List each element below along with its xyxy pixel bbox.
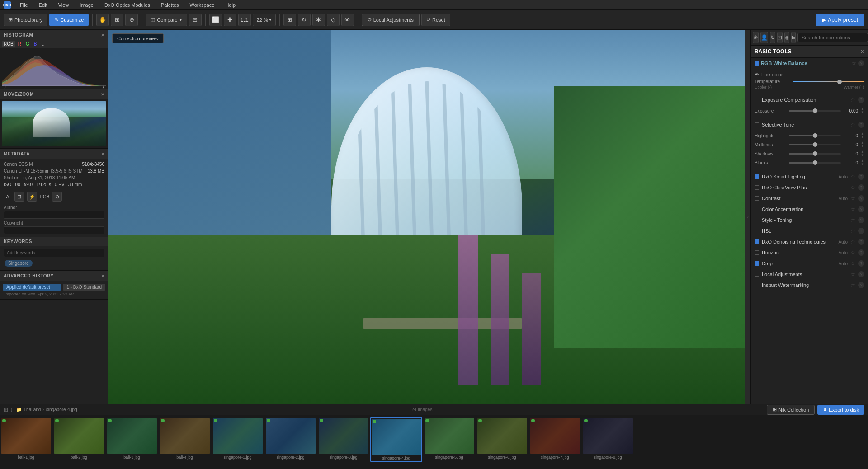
customize-tab[interactable]: ✎ Customize: [49, 14, 89, 26]
rotate-btn[interactable]: ↻: [298, 14, 311, 26]
correction-checkbox-6[interactable]: [755, 239, 759, 244]
correction-checkbox-9[interactable]: [755, 272, 759, 277]
rp-people-icon[interactable]: 👤: [760, 32, 768, 43]
filmstrip-item-6[interactable]: singapore-3.jpg: [317, 417, 369, 460]
correction-checkbox-10[interactable]: [755, 283, 759, 287]
correction-checkbox-7[interactable]: [755, 250, 759, 255]
correction-star-3[interactable]: ☆: [850, 206, 855, 212]
correction-help-10[interactable]: ?: [858, 282, 864, 288]
temperature-thumb[interactable]: [837, 80, 842, 84]
menu-file[interactable]: File: [18, 1, 30, 9]
histogram-header[interactable]: HISTOGRAM ×: [0, 30, 108, 40]
menu-palettes[interactable]: Palettes: [159, 1, 181, 9]
menu-workspace[interactable]: Workspace: [188, 1, 217, 9]
correction-help-0[interactable]: ?: [858, 174, 864, 180]
hist-tab-b[interactable]: B: [32, 41, 39, 47]
keywords-header[interactable]: Keywords: [0, 237, 108, 246]
filmstrip-item-7[interactable]: singapore-4.jpg: [370, 417, 422, 462]
correction-star-4[interactable]: ☆: [850, 217, 855, 223]
correction-star-0[interactable]: ☆: [850, 174, 855, 180]
compare-btn[interactable]: ◫ Compare ▾: [146, 14, 187, 26]
exposure-down-arrow[interactable]: ▼: [861, 111, 864, 114]
correction-checkbox-5[interactable]: [755, 229, 759, 233]
move-zoom-thumbnail[interactable]: [2, 101, 106, 146]
hand-tool-btn[interactable]: ✋: [96, 14, 109, 26]
correction-help-7[interactable]: ?: [858, 249, 864, 256]
advanced-history-header[interactable]: ADVANCED HISTORY ×: [0, 271, 108, 281]
correction-help-9[interactable]: ?: [858, 271, 864, 277]
exposure-star-btn[interactable]: ☆: [850, 97, 855, 103]
correction-row-4[interactable]: Style - Toning☆?: [751, 215, 868, 225]
sort-icon[interactable]: ↕: [10, 407, 13, 413]
measure-btn[interactable]: ◇: [327, 14, 340, 26]
correction-help-3[interactable]: ?: [858, 206, 864, 212]
export-to-disk-btn[interactable]: ⬇ Export to disk: [817, 405, 864, 415]
histogram-close-btn[interactable]: ×: [101, 32, 104, 38]
menu-help[interactable]: Help: [223, 1, 237, 9]
filmstrip-item-9[interactable]: singapore-6.jpg: [476, 417, 528, 460]
menu-edit[interactable]: Edit: [37, 1, 49, 9]
midtones-thumb[interactable]: [813, 142, 817, 147]
hist-tab-r[interactable]: R: [16, 41, 23, 47]
correction-star-7[interactable]: ☆: [850, 249, 855, 256]
correction-row-5[interactable]: HSL☆?: [751, 225, 868, 236]
eye-btn[interactable]: 👁: [341, 14, 354, 26]
correction-help-4[interactable]: ?: [858, 217, 864, 223]
selective-tone-star-btn[interactable]: ☆: [850, 122, 855, 128]
filmstrip-item-1[interactable]: bali-2.jpg: [53, 417, 105, 460]
correction-help-1[interactable]: ?: [858, 184, 864, 191]
filmstrip-item-4[interactable]: singapore-1.jpg: [212, 417, 264, 460]
temperature-slider[interactable]: [793, 81, 864, 82]
menu-image[interactable]: Image: [78, 1, 95, 9]
wb-star-btn[interactable]: ☆: [851, 60, 856, 66]
rp-sun-icon[interactable]: ☀: [753, 32, 759, 43]
filmstrip-item-2[interactable]: bali-3.jpg: [106, 417, 158, 460]
exposure-header-row[interactable]: Exposure Compensation ☆ ?: [751, 94, 868, 105]
reset-btn[interactable]: ↺ Reset: [421, 14, 450, 26]
blacks-down[interactable]: ▼: [861, 163, 864, 166]
hist-tab-g[interactable]: G: [24, 41, 31, 47]
highlights-slider[interactable]: [789, 135, 841, 136]
metadata-close-btn[interactable]: ×: [101, 150, 104, 157]
correction-checkbox-0[interactable]: [755, 174, 759, 179]
correction-checkbox-1[interactable]: [755, 185, 759, 190]
filmstrip-item-8[interactable]: singapore-5.jpg: [423, 417, 475, 460]
zoom-display[interactable]: 22 % ▾: [253, 14, 276, 26]
wb-help-btn[interactable]: ?: [858, 60, 864, 66]
keyword-singapore[interactable]: Singapore: [5, 260, 33, 267]
eyedropper-icon[interactable]: ✒: [755, 71, 760, 78]
right-panel-collapse-tab[interactable]: ‹: [745, 30, 750, 404]
blacks-slider[interactable]: [789, 162, 841, 164]
add-tool-btn[interactable]: ✚: [224, 14, 236, 26]
correction-row-10[interactable]: Instant Watermarking☆?: [751, 280, 868, 291]
filmstrip-item-0[interactable]: bali-1.jpg: [0, 417, 52, 460]
selective-tone-header-row[interactable]: Selective Tone ☆ ?: [751, 119, 868, 130]
correction-row-0[interactable]: DxO Smart LightingAuto☆?: [751, 171, 868, 182]
correction-star-10[interactable]: ☆: [850, 282, 855, 288]
straighten-btn[interactable]: ⊕: [125, 14, 138, 26]
menu-dxo-optics[interactable]: DxO Optics Modules: [103, 1, 152, 9]
aspect-ratio-btn[interactable]: ⬜: [209, 14, 222, 26]
rp-fx-icon[interactable]: fx: [791, 32, 796, 43]
selective-tone-checkbox[interactable]: [755, 122, 759, 127]
correction-star-2[interactable]: ☆: [850, 195, 855, 202]
menu-view[interactable]: View: [57, 1, 71, 9]
keywords-input[interactable]: [4, 249, 104, 257]
rp-color-icon[interactable]: ◈: [784, 32, 789, 43]
correction-help-8[interactable]: ?: [858, 260, 864, 267]
correction-star-1[interactable]: ☆: [850, 184, 855, 191]
move-zoom-close-btn[interactable]: ×: [101, 91, 104, 98]
selective-tone-help-btn[interactable]: ?: [858, 122, 864, 128]
exposure-checkbox[interactable]: [755, 98, 759, 102]
rp-rotate-icon[interactable]: ↻: [770, 32, 775, 43]
midtones-slider[interactable]: [789, 144, 841, 145]
correction-row-1[interactable]: DxO ClearView Plus☆?: [751, 182, 868, 193]
metadata-frame-btn[interactable]: ⊞: [14, 192, 24, 202]
correction-star-6[interactable]: ☆: [850, 239, 855, 245]
correction-help-2[interactable]: ?: [858, 195, 864, 202]
local-adjustments-btn[interactable]: ⊚ Local Adjustments: [362, 14, 420, 26]
midtones-down[interactable]: ▼: [861, 145, 864, 148]
blacks-thumb[interactable]: [813, 160, 817, 165]
correction-checkbox-3[interactable]: [755, 207, 759, 211]
advanced-history-close-btn[interactable]: ×: [101, 272, 104, 279]
